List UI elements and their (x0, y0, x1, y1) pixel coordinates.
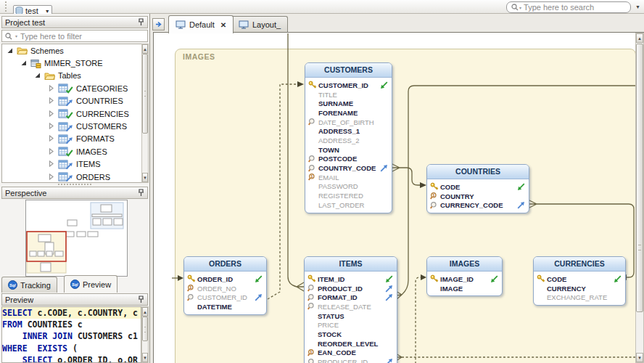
column-release_date[interactable]: RELEASE_DATE (307, 302, 393, 311)
tree-item-tables[interactable]: Tables (2, 70, 141, 82)
tree-item-items[interactable]: ITEMS (2, 158, 141, 171)
arrow-badge-icon (65, 162, 73, 170)
tree-item-images[interactable]: IMAGES (2, 145, 141, 158)
column-last_order[interactable]: LAST_ORDER (308, 200, 388, 210)
entity-countries[interactable]: COUNTRIESCODE1COUNTRYCURRENCY_CODE (426, 164, 529, 213)
entity-title[interactable]: CURRENCIES (534, 257, 625, 272)
canvas-scrollbar[interactable]: ▲ ▼ (635, 33, 644, 363)
entity-title[interactable]: IMAGES (427, 257, 502, 272)
diagram-minimap[interactable] (25, 200, 128, 277)
tab-layout[interactable]: Layout_ (231, 16, 288, 33)
column-name: STOCK (318, 330, 342, 338)
column-name: ITEM_ID (318, 275, 344, 283)
collapse-toggle-icon[interactable] (33, 71, 41, 80)
column-postcode[interactable]: POSTCODE (308, 155, 388, 164)
collapse-toggle-icon[interactable] (19, 59, 28, 68)
tab-default[interactable]: Default ✕ (168, 15, 234, 33)
column-producer_id[interactable]: PRODUCER_ID (307, 357, 393, 363)
tree-item-currencies[interactable]: CURRENCIES (2, 107, 141, 120)
column-date_of_birth[interactable]: DATE_OF_BIRTH (308, 118, 388, 127)
sql-scrollbar[interactable]: ▲ ▼ (141, 306, 149, 363)
pin-icon[interactable] (138, 295, 144, 303)
column-registered[interactable]: REGISTERED (308, 191, 388, 200)
expand-toggle-icon[interactable] (46, 122, 55, 131)
column-format_id[interactable]: FORMAT_ID (307, 293, 393, 302)
column-ean_code[interactable]: 1EAN_CODE (307, 348, 393, 358)
column-status[interactable]: STATUS (307, 311, 393, 321)
expand-toggle-icon[interactable] (46, 110, 55, 118)
tab-tracking[interactable]: Sql Tracking (1, 277, 57, 293)
pin-icon[interactable] (138, 18, 144, 26)
entity-title[interactable]: ORDERS (184, 257, 266, 272)
expand-toggle-icon[interactable] (46, 147, 55, 156)
diagram-frame-images[interactable]: IMAGES (175, 49, 636, 363)
tree-item-countries[interactable]: COUNTRIES (2, 95, 141, 107)
column-price[interactable]: PRICE (307, 320, 393, 330)
column-image_id[interactable]: IMAGE_ID (430, 274, 498, 284)
tree-item-schemes[interactable]: Schemes (2, 44, 141, 57)
column-forename[interactable]: FORENAME (308, 108, 388, 118)
tree-item-mimer_store[interactable]: MIMER_STORE (2, 57, 141, 69)
search-input[interactable]: ▾ Type here to search (506, 1, 631, 13)
column-country_code[interactable]: COUNTRY_CODE (308, 163, 388, 173)
tree-item-orders[interactable]: ORDERS (2, 171, 141, 183)
column-title[interactable]: TITLE (308, 90, 388, 99)
toolbar-grip[interactable] (5, 1, 9, 12)
outgoing-reference-icon (514, 201, 525, 209)
column-order_id[interactable]: ORDER_ID (187, 274, 263, 284)
column-datetime[interactable]: DATETIME (187, 302, 263, 311)
expand-toggle-icon[interactable] (46, 160, 55, 168)
pin-icon[interactable] (138, 189, 144, 197)
column-address_1[interactable]: ADDRESS_1 (308, 126, 388, 136)
column-reorder_level[interactable]: REORDER_LEVEL (307, 339, 393, 348)
tree-item-formats[interactable]: FORMATS (2, 133, 141, 145)
column-customer_id[interactable]: CUSTOMER_ID (308, 81, 388, 90)
column-customer_id[interactable]: CUSTOMER_ID (187, 293, 263, 302)
column-product_id[interactable]: PRODUCT_ID (307, 284, 393, 293)
tree-item-customers[interactable]: CUSTOMERS (2, 120, 141, 132)
column-order_no[interactable]: 1ORDER_NO (187, 284, 263, 293)
collapse-toggle-icon[interactable] (5, 46, 14, 55)
tree-scrollbar[interactable]: ▲ ▼ (141, 44, 149, 183)
column-password[interactable]: PASSWORD (308, 182, 388, 192)
entity-currencies[interactable]: CURRENCIESCODECURRENCYEXCHANGE_RATE (533, 256, 626, 306)
column-image[interactable]: IMAGE (430, 284, 498, 293)
entity-customers[interactable]: CUSTOMERSCUSTOMER_IDTITLESURNAMEFORENAME… (305, 62, 392, 213)
diagram-canvas[interactable]: IMAGES (153, 32, 644, 363)
entity-title[interactable]: ITEMS (305, 257, 397, 272)
column-item_id[interactable]: ITEM_ID (307, 274, 393, 284)
column-name: FORENAME (318, 109, 358, 117)
column-currency_code[interactable]: CURRENCY_CODE (430, 200, 525, 210)
column-surname[interactable]: SURNAME (308, 99, 388, 108)
restore-pane-button[interactable] (152, 18, 165, 30)
expand-toggle-icon[interactable] (46, 97, 55, 105)
primary-key-icon (308, 81, 317, 89)
column-stock[interactable]: STOCK (307, 330, 393, 339)
expand-toggle-icon[interactable] (46, 134, 55, 143)
column-town[interactable]: TOWN (308, 145, 388, 155)
column-email[interactable]: 1EMAIL (308, 173, 388, 182)
entity-images[interactable]: IMAGESIMAGE_IDIMAGE (426, 256, 503, 296)
entity-title[interactable]: COUNTRIES (427, 165, 529, 179)
column-exchange_rate[interactable]: EXCHANGE_RATE (537, 293, 622, 302)
tree-item-categories[interactable]: CATEGORIES (2, 82, 141, 94)
column-country[interactable]: 1COUNTRY (430, 192, 525, 201)
entity-items[interactable]: ITEMSITEM_IDPRODUCT_IDFORMAT_IDRELEASE_D… (304, 256, 397, 363)
expand-toggle-icon[interactable] (46, 84, 55, 93)
sql-preview-pane[interactable]: SELECT c.CODE, c.COUNTRY, cFROM COUNTRIE… (1, 306, 141, 363)
column-code[interactable]: CODE (537, 274, 622, 284)
column-address_2[interactable]: ADDRESS_2 (308, 136, 388, 145)
tab-preview[interactable]: Sql Preview (64, 275, 117, 293)
expand-toggle-icon[interactable] (46, 173, 55, 182)
entity-orders[interactable]: ORDERSORDER_ID1ORDER_NOCUSTOMER_IDDATETI… (183, 256, 267, 315)
column-name: FORMAT_ID (318, 293, 358, 301)
close-tab-icon[interactable]: ✕ (220, 21, 226, 29)
column-currency[interactable]: CURRENCY (537, 284, 622, 293)
incoming-reference-icon (611, 275, 622, 283)
tree-filter-input[interactable]: ▾ Type here to filter (1, 30, 148, 42)
column-name: TITLE (318, 91, 337, 99)
column-code[interactable]: CODE (430, 182, 525, 192)
entity-title[interactable]: CUSTOMERS (305, 63, 392, 78)
search-dropdown-button[interactable]: ▼ (633, 2, 643, 12)
entity-columns: CUSTOMER_IDTITLESURNAMEFORENAMEDATE_OF_B… (305, 78, 392, 213)
